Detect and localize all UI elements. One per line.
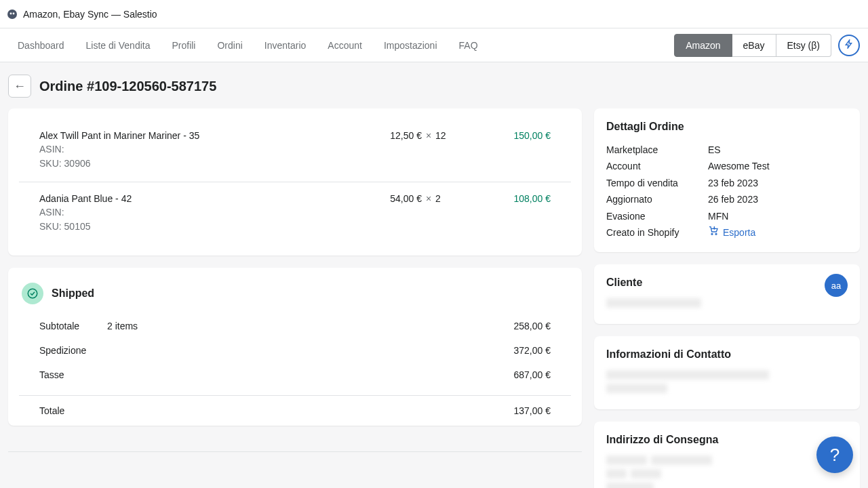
line-item-unit-price: 12,50 € <box>368 130 422 171</box>
arrow-left-icon: ← <box>14 79 26 94</box>
svg-point-1 <box>10 12 12 14</box>
contact-info-card: Informazioni di Contatto <box>594 336 860 409</box>
detail-value: 26 feb 2023 <box>708 192 848 207</box>
svg-point-0 <box>7 9 17 19</box>
detail-row: Marketplace ES <box>606 142 848 157</box>
detail-row: Evasione MFN <box>606 209 848 224</box>
summary-tax-label: Tasse <box>39 369 107 380</box>
svg-point-2 <box>13 12 15 14</box>
cart-export-icon <box>708 225 719 240</box>
avatar: aa <box>825 274 848 297</box>
line-items-card: Alex Twill Pant in Mariner Mariner - 35 … <box>8 108 582 256</box>
svg-point-3 <box>28 289 37 298</box>
redacted-address <box>606 455 848 488</box>
window-titlebar: Amazon, Ebay Sync — Salestio <box>0 0 868 28</box>
line-item-total: 150,00 € <box>456 130 551 171</box>
nav-inventario[interactable]: Inventario <box>255 35 315 56</box>
line-item-asin: ASIN: <box>39 205 368 220</box>
svg-point-4 <box>711 233 713 235</box>
detail-label: Creato in Shopify <box>606 225 708 240</box>
window-title: Amazon, Ebay Sync — Salestio <box>23 9 157 20</box>
detail-row: Tempo di vendita 23 feb 2023 <box>606 176 848 190</box>
nav-links: Dashboard Liste di Vendita Profili Ordin… <box>8 35 488 56</box>
lightning-icon <box>844 39 854 52</box>
nav-account[interactable]: Account <box>318 35 372 56</box>
detail-value: ES <box>708 142 848 157</box>
detail-value: 23 feb 2023 <box>708 176 848 190</box>
detail-label: Evasione <box>606 209 708 224</box>
page-title: Ordine #109-120560-587175 <box>39 79 216 94</box>
detail-value: Awesome Test <box>708 159 848 174</box>
order-details-card: Dettagli Ordine Marketplace ES Account A… <box>594 108 860 252</box>
nav-faq[interactable]: FAQ <box>450 35 488 56</box>
redacted-text <box>606 384 667 393</box>
detail-label: Marketplace <box>606 142 708 157</box>
app-icon <box>7 9 18 20</box>
line-item: Alex Twill Pant in Mariner Mariner - 35 … <box>19 119 571 182</box>
summary-tax-value: 687,00 € <box>469 369 551 380</box>
nav-dashboard[interactable]: Dashboard <box>8 35 74 56</box>
marketplace-ebay-button[interactable]: eBay <box>732 34 776 57</box>
nav-impostazioni[interactable]: Impostazioni <box>374 35 447 56</box>
summary-subtotal-row: Subtotale 2 items 258,00 € <box>19 314 571 338</box>
status-shipped-icon <box>22 283 43 304</box>
customer-title: Cliente <box>606 277 848 289</box>
nav-liste-vendita[interactable]: Liste di Vendita <box>77 35 160 56</box>
line-item-name: Adania Pant Blue - 42 <box>39 193 368 204</box>
summary-shipping-row: Spedizione 372,00 € <box>19 338 571 363</box>
detail-row: Account Awesome Test <box>606 159 848 174</box>
detail-label: Account <box>606 159 708 174</box>
shipping-address-title: Indirizzo di Consegna <box>606 434 848 446</box>
status-title: Shipped <box>52 287 94 300</box>
nav-ordini[interactable]: Ordini <box>208 35 252 56</box>
detail-label: Aggiornato <box>606 192 708 207</box>
summary-shipping-label: Spedizione <box>39 345 107 356</box>
summary-subtotal-label: Subtotale <box>39 321 107 331</box>
line-item-unit-price: 54,00 € <box>368 193 422 234</box>
marketplace-etsy-button[interactable]: Etsy (β) <box>776 34 832 57</box>
detail-row-export: Creato in Shopify Esporta <box>606 225 848 240</box>
summary-total-value: 137,00 € <box>469 405 551 416</box>
detail-row: Aggiornato 26 feb 2023 <box>606 192 848 207</box>
quick-action-button[interactable] <box>838 35 860 56</box>
detail-label: Tempo di vendita <box>606 176 708 190</box>
line-item: Adania Pant Blue - 42 ASIN: SKU: 50105 5… <box>19 182 571 245</box>
help-button[interactable]: ? <box>816 436 853 473</box>
line-item-sku: SKU: 30906 <box>39 157 368 171</box>
line-item-total: 108,00 € <box>456 193 551 234</box>
multiply-symbol: × <box>422 130 435 171</box>
marketplace-toggle: Amazon eBay Etsy (β) <box>674 34 831 57</box>
line-item-sku: SKU: 50105 <box>39 220 368 234</box>
contact-info-title: Informazioni di Contatto <box>606 348 848 361</box>
summary-total-label: Totale <box>39 405 107 416</box>
summary-card: Shipped Subtotale 2 items 258,00 € Spedi… <box>8 268 582 426</box>
nav-profili[interactable]: Profili <box>162 35 205 56</box>
summary-subtotal-items: 2 items <box>107 321 469 331</box>
line-item-qty: 12 <box>435 130 456 171</box>
line-item-asin: ASIN: <box>39 142 368 157</box>
summary-shipping-value: 372,00 € <box>469 345 551 356</box>
detail-value: MFN <box>708 209 848 224</box>
redacted-text <box>606 370 769 380</box>
summary-subtotal-value: 258,00 € <box>469 321 551 331</box>
order-details-title: Dettagli Ordine <box>606 121 848 133</box>
summary-tax-row: Tasse 687,00 € <box>19 363 571 387</box>
line-item-name: Alex Twill Pant in Mariner Mariner - 35 <box>39 130 368 141</box>
question-icon: ? <box>830 445 840 466</box>
export-link[interactable]: Esporta <box>708 225 755 240</box>
line-item-qty: 2 <box>435 193 456 234</box>
export-link-text: Esporta <box>723 225 755 240</box>
multiply-symbol: × <box>422 193 435 234</box>
marketplace-amazon-button[interactable]: Amazon <box>674 34 732 57</box>
redacted-text <box>606 298 701 308</box>
top-nav: Dashboard Liste di Vendita Profili Ordin… <box>0 28 868 62</box>
summary-total-row: Totale 137,00 € <box>19 399 571 423</box>
back-button[interactable]: ← <box>8 75 31 98</box>
customer-card: Cliente aa <box>594 264 860 324</box>
svg-point-5 <box>715 233 717 235</box>
